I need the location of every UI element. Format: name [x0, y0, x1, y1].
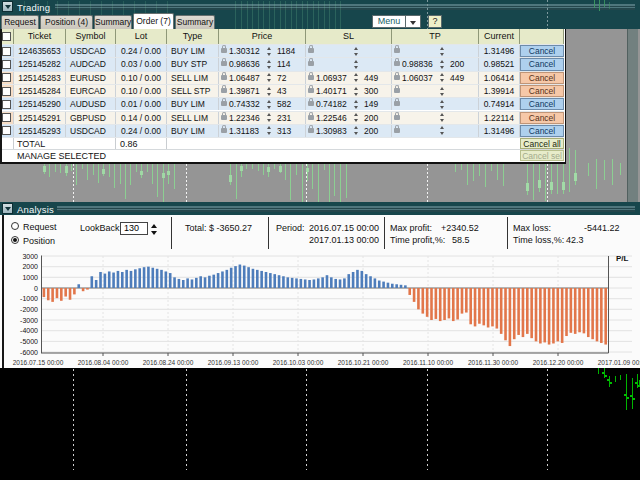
svg-text:P/L: P/L	[616, 254, 629, 263]
svg-text:0: 0	[34, 285, 38, 292]
svg-text:2016.10.03 00:00: 2016.10.03 00:00	[273, 359, 324, 366]
svg-text:2016.10.21 00:00: 2016.10.21 00:00	[338, 359, 389, 366]
svg-text:-1000: -1000	[20, 295, 38, 302]
svg-text:-4000: -4000	[20, 327, 38, 334]
svg-text:-5000: -5000	[20, 338, 38, 345]
svg-text:2017.01.09 00:00: 2017.01.09 00:00	[598, 359, 640, 366]
svg-text:2016.12.20 00:00: 2016.12.20 00:00	[533, 359, 584, 366]
svg-text:2000: 2000	[22, 263, 38, 270]
svg-text:2016.08.04 00:00: 2016.08.04 00:00	[78, 359, 129, 366]
svg-text:-3000: -3000	[20, 317, 38, 324]
svg-text:2016.07.15 00:00: 2016.07.15 00:00	[13, 359, 64, 366]
svg-text:-2000: -2000	[20, 306, 38, 313]
svg-text:2016.11.30 00:00: 2016.11.30 00:00	[468, 359, 519, 366]
svg-text:2016.11.10 00:00: 2016.11.10 00:00	[403, 359, 454, 366]
svg-text:2016.09.13 00:00: 2016.09.13 00:00	[208, 359, 259, 366]
svg-text:-6000: -6000	[20, 349, 38, 356]
svg-text:2016.08.24 00:00: 2016.08.24 00:00	[143, 359, 194, 366]
svg-text:1000: 1000	[22, 274, 38, 281]
svg-text:3000: 3000	[22, 253, 38, 260]
